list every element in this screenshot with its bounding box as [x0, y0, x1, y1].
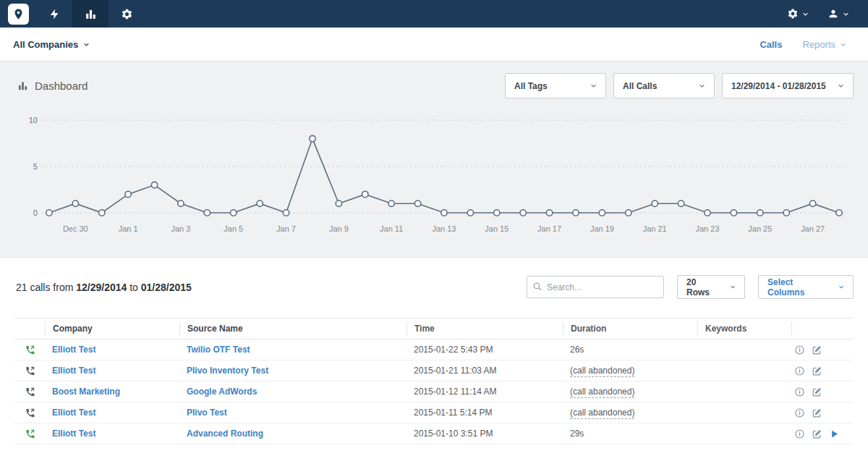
call-time: 2015-01-22 5:43 PM: [407, 345, 563, 355]
header-time: Time: [407, 322, 563, 335]
info-icon[interactable]: [794, 345, 805, 355]
svg-text:10: 10: [29, 116, 38, 124]
header-company: Company: [45, 322, 179, 335]
header-keywords: Keywords: [697, 322, 791, 335]
chevron-down-icon: [840, 41, 846, 48]
table-row: Boost Marketing Google AdWords 2015-01-1…: [14, 381, 854, 402]
call-time: 2015-01-11 5:14 PM: [407, 408, 563, 418]
nav-link-reports-label: Reports: [802, 39, 835, 50]
source-link[interactable]: Plivo Test: [187, 408, 227, 418]
company-link[interactable]: Elliott Test: [52, 366, 95, 376]
company-link[interactable]: Elliott Test: [52, 408, 95, 418]
source-link[interactable]: Advanced Routing: [187, 428, 263, 439]
account-menu[interactable]: [820, 8, 856, 20]
svg-text:Jan 3: Jan 3: [171, 224, 191, 233]
svg-text:Jan 13: Jan 13: [432, 224, 456, 233]
svg-text:Jan 1: Jan 1: [119, 224, 138, 233]
info-icon[interactable]: [794, 387, 805, 397]
svg-text:Jan 17: Jan 17: [537, 224, 561, 233]
calls-table: Company Source Name Time Duration Keywor…: [14, 318, 854, 444]
company-link[interactable]: Boost Marketing: [52, 387, 120, 397]
rows-per-page-dropdown[interactable]: 20 Rows: [677, 275, 745, 299]
call-status-phone-icon: [25, 366, 35, 376]
header-call-status: [14, 322, 45, 335]
bar-chart-icon: [85, 8, 97, 20]
select-columns-label: Select Columns: [767, 277, 828, 297]
tags-filter-dropdown[interactable]: All Tags: [505, 73, 606, 98]
settings-menu[interactable]: [780, 8, 816, 20]
app-logo[interactable]: [0, 0, 36, 28]
company-selector[interactable]: All Companies: [13, 39, 90, 50]
calls-filter-label: All Calls: [623, 81, 657, 91]
chevron-down-icon: [838, 284, 844, 290]
date-range-label: 12/29/2014 - 01/28/2015: [731, 81, 826, 91]
svg-text:Jan 15: Jan 15: [485, 224, 509, 233]
table-row: Elliott Test Twilio OTF Test 2015-01-22 …: [14, 339, 854, 360]
nav-link-calls[interactable]: Calls: [760, 39, 782, 50]
bar-chart-small-icon: [17, 80, 28, 91]
svg-text:Dec 30: Dec 30: [63, 224, 88, 233]
edit-note-icon[interactable]: [812, 408, 822, 418]
settings-gear-icon: [787, 8, 799, 20]
call-time: 2015-01-12 11:14 AM: [407, 387, 563, 397]
header-duration: Duration: [563, 322, 697, 335]
info-icon[interactable]: [794, 408, 805, 418]
call-status-phone-icon: [25, 428, 35, 439]
svg-text:Jan 11: Jan 11: [380, 224, 403, 233]
call-duration: 29s: [563, 428, 697, 439]
nav-link-reports[interactable]: Reports: [802, 39, 846, 50]
source-link[interactable]: Twilio OTF Test: [187, 345, 250, 355]
call-time: 2015-01-21 11:03 AM: [407, 366, 563, 376]
chevron-down-icon: [838, 83, 844, 89]
company-link[interactable]: Elliott Test: [52, 428, 95, 439]
nav-tab-reports[interactable]: [72, 0, 109, 28]
svg-text:0: 0: [33, 208, 38, 217]
edit-note-icon[interactable]: [812, 428, 822, 439]
page-title: Dashboard: [14, 80, 88, 92]
call-duration: (call abandoned): [563, 387, 697, 397]
nav-tab-activity[interactable]: [36, 0, 72, 28]
edit-note-icon[interactable]: [812, 345, 822, 355]
source-link[interactable]: Plivo Inventory Test: [187, 366, 268, 376]
select-columns-dropdown[interactable]: Select Columns: [758, 275, 854, 299]
calls-filter-dropdown[interactable]: All Calls: [613, 73, 715, 98]
tags-filter-label: All Tags: [514, 81, 548, 91]
svg-text:Jan 21: Jan 21: [643, 224, 667, 233]
chevron-down-icon: [590, 83, 597, 89]
search-input[interactable]: [527, 276, 664, 298]
call-duration: 26s: [563, 345, 697, 355]
nav-tab-settings[interactable]: [109, 0, 145, 28]
chevron-down-icon: [730, 284, 736, 290]
search-box: [527, 276, 664, 298]
secondary-navigation-bar: All Companies Calls Reports: [0, 28, 868, 62]
user-icon: [827, 8, 839, 20]
date-range-dropdown[interactable]: 12/29/2014 - 01/28/2015: [722, 73, 854, 98]
svg-text:Jan 27: Jan 27: [801, 224, 825, 233]
rows-per-page-label: 20 Rows: [686, 277, 720, 297]
info-icon[interactable]: [794, 366, 805, 376]
edit-note-icon[interactable]: [812, 387, 822, 397]
info-icon[interactable]: [794, 428, 805, 439]
search-icon: [532, 282, 542, 292]
call-duration: (call abandoned): [563, 366, 697, 376]
chevron-down-icon: [843, 11, 849, 17]
company-link[interactable]: Elliott Test: [52, 345, 95, 355]
header-actions: [791, 322, 854, 335]
call-list-panel: 21 calls from 12/29/2014 to 01/28/2015 2…: [0, 257, 868, 456]
svg-text:5: 5: [33, 162, 38, 171]
edit-note-icon[interactable]: [812, 366, 822, 376]
call-status-phone-icon: [25, 408, 35, 418]
source-link[interactable]: Google AdWords: [187, 387, 257, 397]
chevron-down-icon: [83, 41, 90, 48]
map-pin-icon: [8, 4, 29, 25]
calls-summary: 21 calls from 12/29/2014 to 01/28/2015: [14, 282, 192, 293]
call-status-phone-icon: [25, 387, 35, 397]
gear-icon: [121, 8, 133, 20]
calls-summary-end-date: 01/28/2015: [141, 282, 192, 293]
chevron-down-icon: [802, 11, 809, 17]
top-navigation-bar: [0, 0, 868, 28]
calls-summary-mid: to: [129, 282, 138, 293]
play-icon[interactable]: [829, 428, 840, 439]
call-duration: (call abandoned): [563, 408, 697, 418]
dashboard-section: Dashboard All Tags All Calls 12/29/2014 …: [0, 62, 868, 257]
